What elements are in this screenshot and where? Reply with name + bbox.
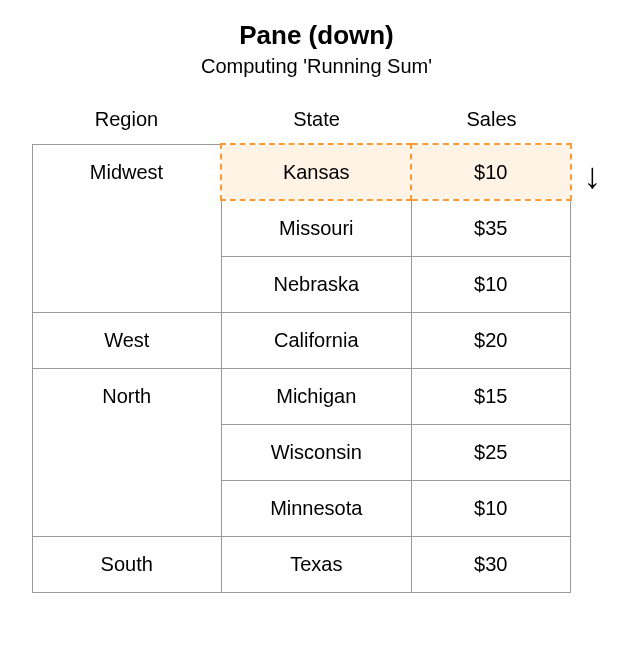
page-title: Pane (down) <box>30 20 603 51</box>
region-cell: West <box>32 312 221 368</box>
sales-cell: $25 <box>411 424 570 480</box>
state-cell: California <box>221 312 411 368</box>
state-cell: Michigan <box>221 368 411 424</box>
state-cell: Texas <box>221 536 411 592</box>
column-header-state: State <box>222 108 412 131</box>
state-cell: Wisconsin <box>221 424 411 480</box>
table-row: WestCalifornia$20 <box>32 312 571 368</box>
region-cell: South <box>32 536 221 592</box>
page-subtitle: Computing 'Running Sum' <box>30 55 603 78</box>
region-cell: Midwest <box>32 144 221 312</box>
data-table: Region State Sales MidwestKansas$10Misso… <box>32 108 572 593</box>
sales-cell: $10 <box>411 144 570 200</box>
state-cell: Minnesota <box>221 480 411 536</box>
sales-cell: $20 <box>411 312 570 368</box>
down-arrow-icon: ↓ <box>584 158 602 194</box>
sales-cell: $10 <box>411 480 570 536</box>
sales-cell: $10 <box>411 256 570 312</box>
table-row: MidwestKansas$10 <box>32 144 571 200</box>
state-cell: Missouri <box>221 200 411 256</box>
sales-cell: $15 <box>411 368 570 424</box>
table-row: SouthTexas$30 <box>32 536 571 592</box>
region-cell: North <box>32 368 221 536</box>
table-body: MidwestKansas$10Missouri$35Nebraska$10We… <box>32 143 572 593</box>
sales-cell: $30 <box>411 536 570 592</box>
state-cell: Kansas <box>221 144 411 200</box>
column-header-sales: Sales <box>412 108 572 131</box>
column-header-region: Region <box>32 108 222 131</box>
table-headers: Region State Sales <box>32 108 572 131</box>
sales-cell: $35 <box>411 200 570 256</box>
state-cell: Nebraska <box>221 256 411 312</box>
table-row: NorthMichigan$15 <box>32 368 571 424</box>
